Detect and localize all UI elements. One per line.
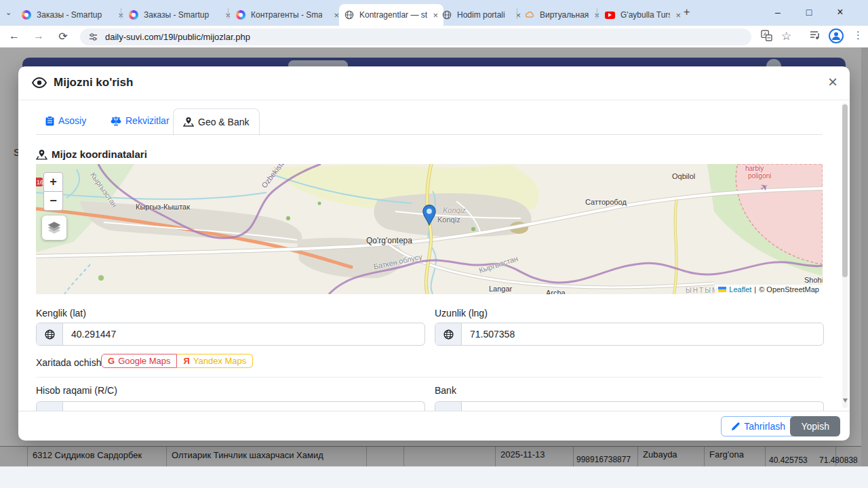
window-close-button[interactable]: × (830, 3, 850, 22)
google-g-icon: G (108, 356, 115, 366)
new-tab-button[interactable]: + (684, 6, 690, 18)
modal-scrollbar[interactable] (842, 103, 848, 408)
map-label: Кыргыз-Кыштак (136, 203, 190, 211)
yandex-ya-icon: Я (183, 356, 189, 366)
lng-label: Uzunlik (lng) (435, 308, 488, 319)
tab-divider (597, 8, 597, 19)
browser-tab[interactable]: Заказы - Smartup × (123, 4, 236, 26)
globe-favicon (344, 10, 354, 20)
tab-close-icon[interactable]: × (675, 10, 681, 20)
edit-button[interactable]: Tahrirlash (721, 416, 795, 436)
map-label: Сатторобод (585, 198, 627, 206)
tab-divider (121, 8, 121, 19)
window-maximize-button[interactable]: □ (799, 3, 819, 22)
browser-tab[interactable]: Контрагенты - Smart × (231, 4, 344, 26)
account-input-group[interactable] (36, 401, 425, 411)
browser-tab[interactable]: Hodim portali × (437, 4, 526, 26)
cloud-favicon (525, 10, 534, 20)
tab-label: Rekvizitlar (125, 115, 170, 126)
lat-input[interactable]: 40.291447 (63, 323, 425, 345)
smartup-favicon (22, 10, 31, 20)
map-zoom-control: + − (43, 172, 63, 211)
lng-input[interactable]: 71.507358 (462, 323, 823, 345)
google-maps-button[interactable]: GGoogle Maps (101, 354, 177, 368)
tab-asosiy[interactable]: Asosiy (36, 109, 96, 132)
scrollbar-down-arrow[interactable] (843, 399, 848, 403)
tab-label: Geo & Bank (198, 117, 250, 127)
tab-divider (228, 8, 229, 19)
browser-tab-strip: ⌄ Заказы - Smartup × Заказы - Smartup × … (0, 0, 868, 26)
browser-tab[interactable]: Заказы - Smartup × (16, 4, 129, 26)
map-label: Langar (489, 285, 512, 293)
site-settings-icon[interactable] (88, 32, 98, 42)
account-label: Hisob raqami (R/C) (36, 385, 117, 396)
yandex-maps-button[interactable]: ЯYandex Maps (177, 354, 253, 368)
browser-tab-active[interactable]: Kontragentlar — sta × (339, 4, 443, 26)
tab-search-chevron-icon[interactable]: ⌄ (5, 8, 12, 17)
zoom-in-button[interactable]: + (43, 172, 63, 192)
lng-input-group: 71.507358 (435, 323, 824, 346)
globe-icon (37, 323, 63, 345)
media-controls-icon[interactable] (810, 30, 821, 43)
divider (36, 377, 823, 378)
address-bar[interactable]: daily-suvi.com/19l/public/mijozlar.php (80, 28, 751, 45)
tab-title: Заказы - Smartup (144, 10, 209, 20)
map-label: Konqiz (443, 206, 466, 214)
reload-icon[interactable]: ⟳ (56, 30, 71, 43)
tab-title: Kontragentlar — sta (359, 10, 427, 20)
layers-control[interactable] (42, 216, 66, 240)
modal-header: Mijozni ko'rish × (18, 66, 850, 100)
edit-button-label: Tahrirlash (744, 421, 785, 432)
tab-title: Контрагенты - Smart (251, 10, 322, 20)
smartup-favicon (236, 10, 245, 20)
map-canvas: 16 (36, 164, 823, 294)
globe-favicon (442, 10, 452, 20)
leaflet-map[interactable]: 16 Кыргыз-Кыштак Ozbekiston Кыргызстан Q… (36, 164, 823, 294)
input-prefix (435, 402, 462, 411)
zoom-out-button[interactable]: − (43, 192, 63, 211)
smartup-favicon (129, 10, 138, 20)
map-label: Oqbilol (672, 172, 695, 180)
map-label: harbiy (745, 165, 764, 172)
clipboard-icon (45, 116, 54, 126)
modal-close-icon[interactable]: × (828, 75, 837, 89)
yandex-maps-label: Yandex Maps (193, 356, 247, 366)
pencil-icon (731, 422, 740, 431)
nav-tabs-border (36, 134, 823, 135)
input-prefix (37, 402, 63, 411)
translate-icon[interactable]: A (761, 30, 772, 44)
tab-rekvizitlar[interactable]: Rekvizitlar (101, 109, 179, 132)
map-marker-pin[interactable] (421, 205, 437, 226)
bank-label: Bank (435, 385, 456, 396)
lat-input-group: 40.291447 (36, 323, 425, 346)
windows-taskbar: 138 ENG 11:31 13.11.2025 (0, 466, 868, 488)
open-in-map-label: Xaritada ochish (36, 357, 102, 368)
bank-input-group[interactable] (435, 401, 824, 411)
leaflet-link[interactable]: Leaflet (729, 285, 751, 293)
forward-icon[interactable]: → (31, 30, 46, 42)
tab-close-icon[interactable]: × (334, 10, 339, 20)
bookmark-star-icon[interactable]: ☆ (781, 29, 791, 43)
browser-tab[interactable]: Виртуальная АТС × (519, 4, 605, 26)
ukraine-flag-icon (718, 287, 726, 292)
osm-link[interactable]: © OpenStreetMap (759, 285, 819, 293)
back-icon[interactable]: ← (7, 30, 22, 42)
lat-label: Kenglik (lat) (36, 308, 86, 319)
map-label: Archa (546, 289, 566, 294)
menu-dots-icon[interactable]: ⋮ (853, 29, 863, 41)
map-attribution: Leaflet | © OpenStreetMap (715, 285, 823, 294)
tab-geo-bank[interactable]: Geo & Bank (173, 108, 260, 136)
modal-footer: Tahrirlash Yopish (18, 411, 850, 441)
window-minimize-button[interactable]: – (768, 3, 788, 22)
map-label: poligoni (748, 172, 771, 180)
eye-icon (32, 77, 47, 88)
google-maps-label: Google Maps (118, 356, 170, 366)
map-location-icon (36, 150, 47, 160)
globe-icon (435, 323, 462, 345)
youtube-favicon (605, 12, 615, 19)
layers-icon (46, 220, 62, 235)
browser-tab[interactable]: G'aybulla Tursunov - × (599, 4, 686, 26)
tab-title: Заказы - Smartup (37, 10, 102, 20)
profile-avatar[interactable] (829, 28, 844, 43)
close-button[interactable]: Yopish (790, 416, 840, 436)
